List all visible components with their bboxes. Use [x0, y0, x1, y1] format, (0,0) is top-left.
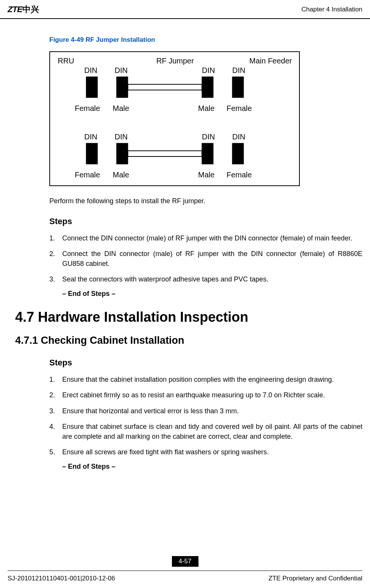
label-rf-jumper: RF Jumper: [156, 57, 194, 65]
figure-title: Figure 4-49 RF Jumper Installation: [49, 36, 362, 44]
rf-jumper-diagram: RRU RF Jumper Main Feeder DIN DIN DIN DI…: [49, 51, 362, 188]
page-footer-wrap: 4-57 SJ-20101210110401-001|2010-12-06 ZT…: [0, 556, 370, 582]
label-din: DIN: [84, 133, 97, 141]
step-item: Erect cabinet firmly so as to resist an …: [49, 390, 362, 400]
doc-id: SJ-20101210110401-001|2010-12-06: [8, 575, 115, 582]
page-header: ZTE中兴 Chapter 4 Installation: [0, 0, 370, 19]
connector-block: [86, 143, 98, 164]
label-din: DIN: [232, 133, 245, 141]
connector-block: [86, 77, 98, 98]
label-female: Female: [75, 171, 100, 179]
label-female: Female: [227, 171, 252, 179]
steps-heading: Steps: [49, 217, 362, 226]
label-male: Male: [198, 171, 214, 179]
jumper-cable: [128, 84, 202, 90]
end-of-steps: – End of Steps –: [62, 463, 362, 471]
logo-main: ZTE: [8, 5, 22, 14]
label-din: DIN: [84, 66, 97, 74]
label-rru: RRU: [58, 57, 74, 65]
steps-list-1: Connect the DIN connector (male) of RF j…: [49, 233, 362, 284]
steps-list-2: Ensure that the cabinet installation pos…: [49, 375, 362, 457]
section-4-7-heading: 4.7 Hardware Installation Inspection: [15, 309, 362, 325]
logo: ZTE中兴: [8, 4, 39, 15]
label-female: Female: [75, 104, 100, 112]
label-main-feeder: Main Feeder: [249, 57, 292, 65]
page-footer: SJ-20101210110401-001|2010-12-06 ZTE Pro…: [0, 571, 370, 582]
steps-heading: Steps: [49, 358, 362, 368]
label-din: DIN: [115, 133, 128, 141]
connector-block: [232, 77, 244, 98]
section-4-7-1-heading: 4.7.1 Checking Cabinet Installation: [15, 335, 362, 346]
label-male: Male: [198, 104, 214, 112]
connector-block: [117, 143, 128, 164]
label-din: DIN: [115, 66, 128, 74]
end-of-steps: – End of Steps –: [62, 290, 362, 298]
chapter-label: Chapter 4 Installation: [301, 6, 362, 13]
logo-chinese: 中兴: [22, 5, 39, 14]
label-male: Male: [113, 171, 129, 179]
step-item: Connect the DIN connector (male) of RF j…: [49, 249, 362, 269]
diagram-svg: RRU RF Jumper Main Feeder DIN DIN DIN DI…: [49, 51, 300, 186]
connector-block: [117, 77, 128, 98]
label-female: Female: [227, 104, 252, 112]
connector-block: [202, 77, 213, 98]
confidential-label: ZTE Proprietary and Confidential: [268, 575, 362, 582]
label-din: DIN: [202, 133, 215, 141]
step-item: Seal the connectors with waterproof adhe…: [49, 274, 362, 284]
connector-block: [232, 143, 244, 164]
page-number: 4-57: [172, 556, 198, 567]
intro-text: Perform the following steps to install t…: [49, 197, 362, 205]
label-din: DIN: [232, 66, 245, 74]
step-item: Connect the DIN connector (male) of RF j…: [49, 233, 362, 243]
step-item: Ensure that horizontal and vertical erro…: [49, 406, 362, 416]
step-item: Ensure that the cabinet installation pos…: [49, 375, 362, 384]
content: Figure 4-49 RF Jumper Installation RRU R…: [0, 19, 370, 471]
jumper-cable: [128, 151, 202, 156]
connector-block: [202, 143, 213, 164]
step-item: Ensure that cabinet surface is clean and…: [49, 422, 362, 441]
label-din: DIN: [202, 66, 215, 74]
label-male: Male: [113, 104, 129, 112]
step-item: Ensure all screws are fixed tight with f…: [49, 447, 362, 457]
